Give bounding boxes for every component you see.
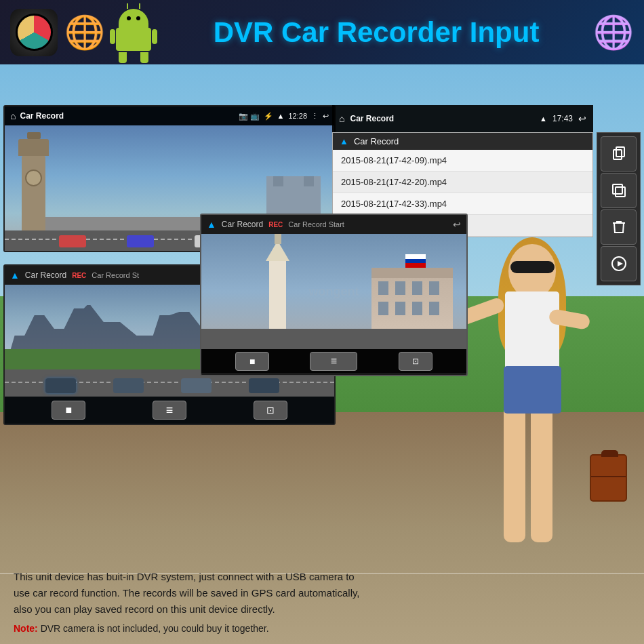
- stop-btn-overlay1[interactable]: ■: [235, 352, 269, 371]
- home-icon-2: ⌂: [339, 113, 344, 124]
- file-list-arrow: ▲: [340, 136, 348, 146]
- bottom-toolbar-2: ■ ≡ ⊡: [5, 397, 334, 424]
- back-icon-2[interactable]: ↩: [578, 113, 586, 124]
- screen-icon-group1: 📷 📺: [239, 112, 260, 121]
- home-icon-1: ⌂: [10, 110, 16, 121]
- trash-icon: [611, 219, 627, 235]
- svg-rect-3: [616, 187, 625, 197]
- big-ben-tower: [22, 156, 45, 230]
- filename-2: 2015-08-21(17-42-20).mp4: [341, 177, 447, 187]
- app-icon-graphic: [16, 14, 53, 51]
- device2-title: Car Record: [350, 114, 534, 123]
- rec-indicator-overlay1: REC: [268, 221, 283, 228]
- girl-silhouette: [471, 230, 607, 583]
- back-btn-overlay1[interactable]: ↩: [453, 219, 461, 230]
- overlay-screen-1: ▲ Car Record REC Car Record Start ↩: [200, 214, 468, 376]
- rec-text-overlay1: Car Record Start: [288, 220, 344, 228]
- svg-rect-1: [613, 150, 622, 159]
- note-text: Note: DVR camera is not included, you co…: [14, 623, 373, 634]
- overlay1-road: [201, 329, 466, 349]
- svg-rect-0: [616, 147, 624, 157]
- file-item-3[interactable]: 2015-08-21(17-42-33).mp4: [333, 193, 592, 215]
- duplicate-button[interactable]: [601, 173, 637, 208]
- file-list-title: Car Record: [354, 136, 399, 146]
- right-action-panel: [597, 132, 641, 285]
- church-tower: [269, 261, 286, 329]
- description-area: This unit device has buit-in DVR system,…: [7, 562, 380, 641]
- russian-flag: [405, 254, 426, 268]
- nav-arrow-overlay1: ▲: [207, 219, 216, 230]
- bottom-toolbar-overlay1: ■ ≡ ⊡: [201, 349, 466, 373]
- robot-figure: [113, 9, 154, 56]
- grid-btn-overlay1[interactable]: ⊡: [399, 352, 432, 371]
- filename-3: 2015-08-21(17-42-33).mp4: [341, 199, 447, 209]
- nav-bar-overlay1: ▲ Car Record REC Car Record Start ↩: [201, 215, 466, 234]
- note-content: DVR camera is not included, you could bu…: [41, 623, 269, 634]
- main-content: ⌂ Car Record 📷 📺 ⚡ ▲ 12:28 ⋮ ↩: [0, 64, 644, 644]
- back-icon-1[interactable]: ↩: [323, 112, 329, 121]
- menu-icon-1[interactable]: ⋮: [311, 112, 319, 121]
- note-label: Note:: [14, 623, 38, 634]
- status-bar-1: ⌂ Car Record 📷 📺 ⚡ ▲ 12:28 ⋮ ↩: [5, 106, 334, 125]
- rec-text-bottom: Car Record St: [92, 271, 139, 279]
- bluetooth-icon: ⚡: [264, 112, 273, 121]
- screen1-title: Car Record: [20, 111, 234, 121]
- file-list-header: ▲ Car Record: [333, 133, 592, 150]
- list-btn-2[interactable]: ≡: [153, 401, 186, 420]
- nav-title-overlay1: Car Record: [222, 220, 263, 229]
- globe-left-icon: 🌐: [64, 14, 105, 52]
- list-btn-overlay1[interactable]: ≡: [310, 352, 357, 371]
- svg-rect-2: [613, 184, 622, 194]
- page-title: DVR Car Recorder Input: [161, 16, 592, 49]
- filename-1: 2015-08-21(17-42-09).mp4: [341, 155, 447, 165]
- watermark: wongent: [309, 285, 359, 299]
- overlay1-scene: wongent: [201, 234, 466, 349]
- svg-marker-5: [618, 261, 623, 266]
- time-display-2: 17:43: [552, 114, 573, 123]
- play-button[interactable]: [601, 246, 637, 281]
- copy-icon: [611, 146, 627, 162]
- file-item-1[interactable]: 2015-08-21(17-42-09).mp4: [333, 150, 592, 172]
- play-icon: [611, 256, 627, 272]
- main-description: This unit device has buit-in DVR system,…: [14, 569, 373, 618]
- wifi-icon-1: ▲: [277, 112, 285, 120]
- file-item-2[interactable]: 2015-08-21(17-42-20).mp4: [333, 172, 592, 193]
- time-display-1: 12:28: [288, 112, 307, 120]
- header: 🌐 DVR Car Recorder Input 🌐: [0, 0, 644, 64]
- globe-right-icon: 🌐: [593, 14, 634, 52]
- duplicate-icon: [611, 182, 627, 199]
- delete-button[interactable]: [601, 209, 637, 245]
- grid-btn-2[interactable]: ⊡: [254, 401, 287, 420]
- rec-indicator-bottom: REC: [72, 272, 86, 279]
- wifi-icon-2: ▲: [540, 115, 547, 123]
- overlay1-building: [371, 268, 453, 329]
- nav-title-bottom: Car Record: [25, 270, 66, 280]
- nav-arrow-bottom: ▲: [10, 270, 20, 281]
- device2-statusbar: ⌂ Car Record ▲ 17:43 ↩: [332, 105, 593, 132]
- app-icon: [10, 9, 58, 56]
- stop-btn-2[interactable]: ■: [52, 401, 85, 420]
- copy-button[interactable]: [601, 136, 637, 172]
